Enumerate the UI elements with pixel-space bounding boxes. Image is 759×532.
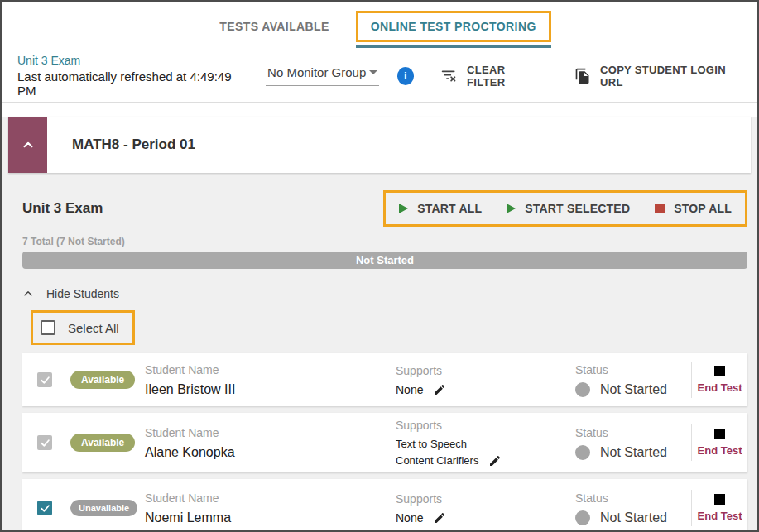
stop-all-label: STOP ALL [674,202,732,215]
toolbar: Unit 3 Exam Last automatically refreshed… [2,50,757,103]
availability-badge: Available [70,371,135,389]
supports-value: None [396,383,423,396]
supports-value: Content Clarifiers [396,454,478,467]
chevron-down-icon [369,70,377,74]
availability-badge: Unavailable [70,500,137,516]
student-checkbox[interactable] [37,435,52,450]
start-all-label: START ALL [417,202,482,215]
check-icon [40,438,50,448]
stop-square-icon [714,366,725,376]
status-dot-icon [575,510,590,525]
clear-filter-button[interactable]: CLEAR FILTER [440,64,540,89]
end-test-label: End Test [698,510,742,522]
class-session-card: MATH8 - Period 01 [8,117,751,173]
select-all-control: Select All [31,310,135,345]
status-value: Not Started [600,510,667,525]
content-area: MATH8 - Period 01 Unit 3 Exam START ALL … [2,117,757,532]
supports-value: None [396,511,423,525]
edit-supports-icon[interactable] [433,383,446,396]
status-label: Status [575,363,691,376]
check-icon [40,375,50,386]
chevron-up-icon [21,137,36,152]
status-value: Not Started [600,382,667,397]
end-test-button[interactable]: End Test [692,494,747,522]
start-selected-button[interactable]: START SELECTED [507,202,630,215]
stop-square-icon [714,429,725,439]
status-progress-bar: Not Started [22,252,747,269]
status-label: Status [575,491,691,505]
start-all-button[interactable]: START ALL [399,202,482,215]
active-tab-underline [356,45,551,48]
copy-student-login-url-label: COPY STUDENT LOGIN URL [600,64,740,89]
edit-supports-icon[interactable] [488,454,502,467]
class-name-title: MATH8 - Period 01 [72,117,195,173]
info-icon[interactable]: i [397,67,415,85]
exam-header-row: Unit 3 Exam START ALL START SELECTED STO… [22,190,747,227]
tab-bar: TESTS AVAILABLE ONLINE TEST PROCTORING [2,2,757,50]
start-selected-label: START SELECTED [525,202,630,215]
select-all-checkbox[interactable] [41,320,55,335]
supports-label: Supports [396,419,575,432]
student-row: Available Student Name Ileen Bristow III… [22,353,747,406]
supports-label: Supports [396,364,575,377]
toolbar-test-info: Unit 3 Exam Last automatically refreshed… [17,54,238,98]
status-label: Status [575,426,691,439]
tab-tests-available[interactable]: TESTS AVAILABLE [208,12,341,41]
end-test-button[interactable]: End Test [692,366,747,394]
student-row: Available Student Name Alane Konopka Sup… [22,413,747,472]
supports-value: Text to Speech [396,438,467,450]
check-icon [40,503,50,514]
end-test-label: End Test [698,444,742,457]
student-name-label: Student Name [145,363,396,376]
student-checkbox[interactable] [37,501,52,515]
exam-name: Unit 3 Exam [22,200,103,217]
student-row: Unavailable Student Name Noemi Lemma Sup… [22,479,747,532]
test-name-link[interactable]: Unit 3 Exam [17,54,238,67]
copy-student-login-url-button[interactable]: COPY STUDENT LOGIN URL [574,64,740,89]
student-list: Available Student Name Ileen Bristow III… [22,353,747,532]
test-actions-group: START ALL START SELECTED STOP ALL [383,190,747,227]
end-test-button[interactable]: End Test [692,429,747,457]
play-icon [399,204,408,213]
tab-online-test-proctoring[interactable]: ONLINE TEST PROCTORING [356,11,551,42]
chevron-up-icon [22,288,34,300]
status-dot-icon [575,445,590,460]
monitor-group-select[interactable]: No Monitor Group [266,65,379,86]
student-checkbox[interactable] [37,372,52,387]
proctoring-app: TESTS AVAILABLE ONLINE TEST PROCTORING U… [0,0,759,532]
hide-students-toggle[interactable]: Hide Students [22,287,747,300]
progress-bar-label: Not Started [356,254,414,266]
clear-filter-icon [440,67,458,84]
monitor-group-value: No Monitor Group [267,65,366,79]
copy-icon [574,68,591,84]
student-count-summary: 7 Total (7 Not Started) [22,236,747,247]
end-test-label: End Test [698,381,742,394]
hide-students-label: Hide Students [46,287,119,300]
status-value: Not Started [600,445,667,460]
availability-badge: Available [70,434,135,452]
status-dot-icon [575,382,590,397]
tab-online-test-proctoring-wrap: ONLINE TEST PROCTORING [356,11,551,42]
student-name: Alane Konopka [145,445,396,460]
stop-square-icon [714,494,725,505]
student-name-label: Student Name [145,491,396,505]
student-name: Ileen Bristow III [145,382,396,397]
edit-supports-icon[interactable] [433,511,446,525]
supports-label: Supports [396,492,575,506]
collapse-session-button[interactable] [8,117,47,173]
stop-all-button[interactable]: STOP ALL [655,202,732,215]
clear-filter-label: CLEAR FILTER [467,64,540,89]
student-name-label: Student Name [145,426,396,439]
select-all-label: Select All [68,321,119,335]
stop-icon [655,204,665,213]
last-refreshed-text: Last automatically refreshed at 4:49:49 … [17,69,238,98]
play-icon [507,204,516,213]
student-name: Noemi Lemma [145,510,396,525]
